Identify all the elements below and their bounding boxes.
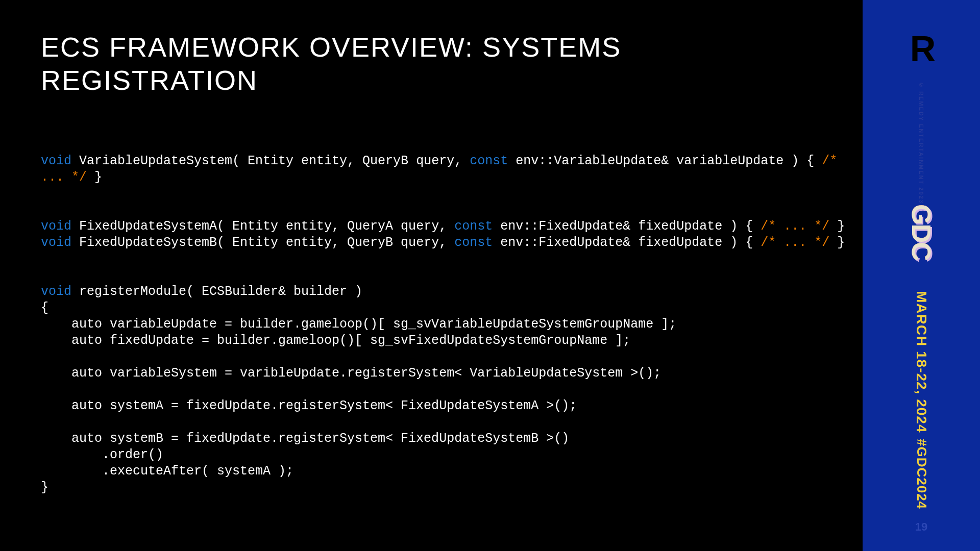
remedy-logo-icon: R: [910, 29, 933, 69]
slide-title: ECS FRAMEWORK OVERVIEW: SYSTEMS REGISTRA…: [41, 31, 827, 97]
sidebar: R © REMEDY ENTERTAINMENT 2023 GDC GDC GD…: [863, 0, 980, 551]
code-text: }: [87, 170, 102, 185]
keyword: void: [41, 235, 71, 250]
keyword: const: [454, 219, 493, 234]
code-text: }: [829, 235, 845, 250]
code-text: VariableUpdateSystem( Entity entity, Que…: [71, 154, 470, 168]
code-text: env::FixedUpdate& fixedUpdate ) {: [493, 235, 761, 250]
gdc-logo-layer: GDC: [906, 204, 936, 260]
code-body: { auto variableUpdate = builder.gameloop…: [41, 300, 676, 495]
comment: /* ... */: [761, 219, 829, 234]
gdc-logo-icon: GDC GDC GDC: [906, 204, 937, 260]
copyright-text: © REMEDY ENTERTAINMENT 2023: [918, 82, 924, 204]
comment: /* ... */: [761, 235, 829, 250]
keyword: void: [41, 284, 71, 299]
keyword: void: [41, 219, 71, 234]
page-number: 19: [915, 520, 927, 534]
code-text: env::VariableUpdate& variableUpdate ) {: [508, 154, 822, 168]
code-block: void VariableUpdateSystem( Entity entity…: [41, 153, 827, 496]
keyword: void: [41, 154, 71, 168]
code-text: FixedUpdateSystemB( Entity entity, Query…: [71, 235, 454, 250]
hashtag: #GDC2024: [914, 439, 929, 509]
keyword: const: [470, 154, 508, 168]
code-text: env::FixedUpdate& fixedUpdate ) {: [493, 219, 761, 234]
main-content: ECS FRAMEWORK OVERVIEW: SYSTEMS REGISTRA…: [0, 0, 863, 551]
code-text: }: [829, 219, 845, 234]
event-date: MARCH 18-22, 2024: [913, 291, 929, 433]
keyword: const: [454, 235, 493, 250]
slide: ECS FRAMEWORK OVERVIEW: SYSTEMS REGISTRA…: [0, 0, 980, 551]
code-text: FixedUpdateSystemA( Entity entity, Query…: [71, 219, 454, 234]
code-text: registerModule( ECSBuilder& builder ): [71, 284, 362, 299]
